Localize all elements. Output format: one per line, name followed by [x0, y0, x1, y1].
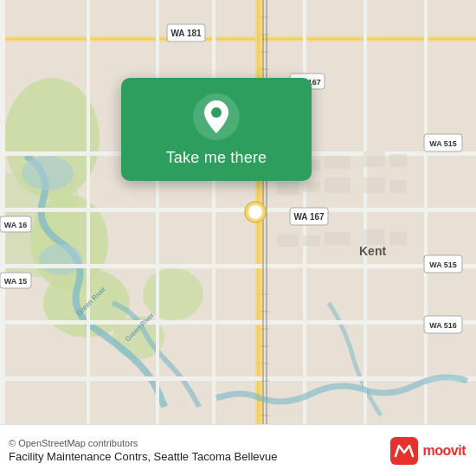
svg-rect-15	[0, 208, 476, 212]
svg-rect-53	[389, 180, 407, 193]
svg-rect-55	[303, 235, 320, 246]
svg-rect-50	[303, 182, 320, 192]
svg-rect-10	[0, 38, 476, 40]
svg-rect-57	[363, 229, 385, 245]
bottom-info: © OpenStreetMap contributors Facility Ma…	[9, 438, 277, 463]
svg-rect-54	[277, 234, 299, 247]
svg-rect-20	[156, 0, 159, 424]
svg-rect-47	[363, 151, 385, 167]
map-svg: WA 181 WA 167 WA 167 WA 515 WA 515 WA 51…	[0, 0, 476, 424]
svg-rect-18	[0, 376, 476, 381]
map-popup: Take me there	[121, 78, 312, 181]
bottom-bar: © OpenStreetMap contributors Facility Ma…	[0, 424, 476, 476]
take-me-there-button[interactable]: Take me there	[166, 149, 267, 167]
svg-rect-16	[0, 264, 476, 268]
svg-rect-52	[363, 177, 385, 193]
svg-rect-23	[363, 0, 367, 424]
svg-rect-21	[212, 0, 215, 424]
svg-text:WA 515: WA 515	[429, 139, 457, 148]
svg-rect-48	[389, 154, 407, 167]
svg-text:WA 515: WA 515	[429, 261, 457, 269]
svg-text:WA 167: WA 167	[293, 212, 325, 222]
moovit-icon	[390, 437, 418, 465]
svg-point-8	[39, 244, 82, 275]
location-text: Facility Maintenance Contrs, Seattle Tac…	[9, 450, 277, 463]
copyright-text: © OpenStreetMap contributors	[9, 438, 277, 448]
svg-rect-19	[87, 0, 90, 424]
map-container[interactable]: WA 181 WA 167 WA 167 WA 515 WA 515 WA 51…	[0, 0, 476, 424]
location-pin-icon	[193, 93, 240, 140]
svg-text:WA 181: WA 181	[170, 29, 202, 38]
svg-point-79	[211, 107, 222, 118]
svg-point-5	[143, 268, 203, 320]
svg-text:WA 516: WA 516	[429, 321, 457, 330]
svg-text:WA 16: WA 16	[4, 221, 28, 229]
svg-rect-24	[424, 0, 428, 424]
svg-rect-51	[325, 177, 351, 193]
svg-text:Kent: Kent	[359, 244, 386, 258]
svg-text:WA 15: WA 15	[4, 277, 28, 286]
svg-rect-58	[389, 232, 407, 245]
svg-rect-46	[325, 156, 351, 169]
svg-rect-49	[277, 182, 299, 195]
svg-rect-56	[325, 232, 351, 245]
svg-point-7	[22, 156, 74, 190]
moovit-logo: moovit	[390, 437, 466, 465]
svg-point-77	[248, 205, 262, 219]
moovit-brand-name: moovit	[423, 443, 466, 459]
svg-rect-17	[0, 320, 476, 325]
